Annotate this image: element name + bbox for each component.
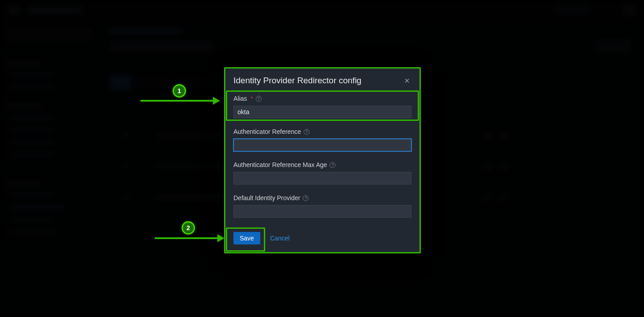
alias-label: Alias [233, 95, 247, 102]
modal-title: Identity Provider Redirector config [233, 76, 361, 86]
help-icon[interactable]: ? [303, 195, 309, 201]
close-icon: × [404, 76, 410, 86]
help-icon[interactable]: ? [330, 162, 335, 168]
auth-ref-max-age-label-row: Authenticator Reference Max Age ? [233, 161, 411, 168]
modal-footer: Save Cancel [225, 225, 419, 253]
modal-header: Identity Provider Redirector config × [225, 68, 419, 92]
alias-label-row: Alias * ? [233, 95, 411, 102]
help-icon[interactable]: ? [304, 129, 309, 135]
auth-ref-label: Authenticator Reference [233, 128, 301, 135]
auth-ref-label-row: Authenticator Reference ? [233, 128, 411, 135]
default-identity-provider-input[interactable] [233, 205, 411, 218]
authenticator-reference-input[interactable] [233, 139, 411, 151]
modal-close-button[interactable]: × [402, 75, 411, 86]
authenticator-reference-max-age-input[interactable] [233, 172, 411, 184]
required-asterisk-icon: * [250, 95, 253, 102]
save-button[interactable]: Save [233, 232, 260, 244]
cancel-button[interactable]: Cancel [268, 232, 292, 244]
alias-input[interactable] [233, 106, 411, 118]
default-idp-label-row: Default Identity Provider ? [233, 194, 411, 201]
idp-redirector-config-modal: Identity Provider Redirector config × Al… [225, 68, 419, 253]
auth-ref-max-age-label: Authenticator Reference Max Age [233, 161, 327, 168]
help-icon[interactable]: ? [256, 96, 262, 102]
modal-body: Alias * ? Authenticator Reference ? Auth… [225, 95, 419, 225]
default-idp-label: Default Identity Provider [233, 194, 300, 201]
